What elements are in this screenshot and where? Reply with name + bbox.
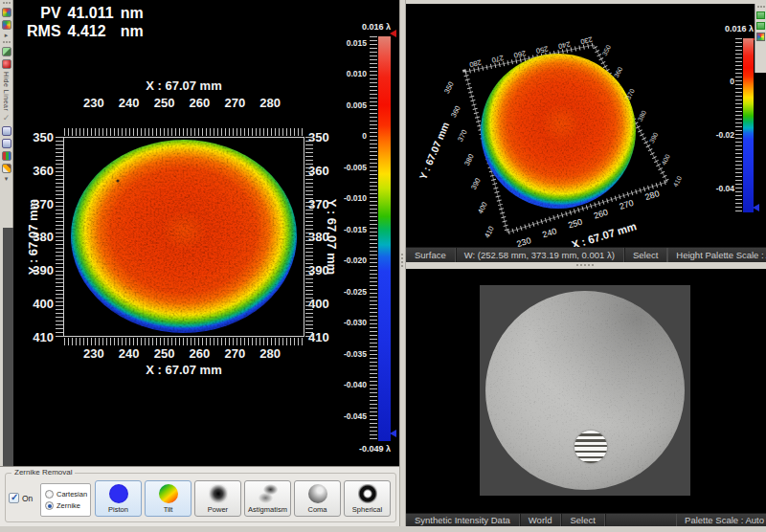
- pv-label: PV: [27, 5, 61, 22]
- horizontal-splitter[interactable]: [406, 262, 766, 269]
- palette-scale-segment[interactable]: Height Palette Scale : Auto: [667, 248, 766, 262]
- green-grid-icon[interactable]: [756, 22, 765, 30]
- document-copy-icon[interactable]: [2, 139, 11, 148]
- x-tick-label: 230: [83, 96, 104, 110]
- y-tick-label: 350: [33, 130, 54, 144]
- mode-segment[interactable]: Select: [624, 248, 667, 262]
- y-tick-label: 410: [33, 330, 54, 344]
- y-axis-ruler-left: [56, 137, 63, 337]
- cartesian-radio[interactable]: Cartesian: [45, 490, 90, 499]
- defect-speck: [116, 179, 119, 182]
- green-grid-icon[interactable]: [756, 11, 765, 19]
- zernike-piston-button[interactable]: Piston: [95, 480, 142, 517]
- toolbar-grip[interactable]: [3, 2, 11, 5]
- hide-linear-label[interactable]: Hide Linear: [3, 72, 10, 111]
- intensity-image[interactable]: [480, 285, 690, 496]
- zernike-button-label: Astigmatism: [248, 505, 287, 514]
- tick-label: 250: [535, 44, 549, 55]
- zernike-on-checkbox[interactable]: On: [9, 493, 33, 503]
- x-tick-label: 240: [119, 96, 140, 110]
- toolbar-grip[interactable]: [3, 41, 11, 44]
- checkbox-checked-icon[interactable]: [9, 493, 19, 503]
- height-map-2d[interactable]: [63, 137, 304, 337]
- palette-icon[interactable]: [756, 33, 765, 41]
- tick-label: 360: [449, 104, 462, 119]
- colorbar-tick-label: -0.035: [344, 349, 367, 359]
- red-sphere-icon[interactable]: [2, 59, 11, 69]
- zernike-button-label: Piston: [108, 505, 128, 514]
- colorbar3d-max-label: 0.016 λ: [692, 24, 754, 33]
- height-map-2d-svg[interactable]: [64, 138, 304, 336]
- high-marker-icon[interactable]: [390, 30, 396, 37]
- vertical-splitter[interactable]: [399, 0, 406, 526]
- colorbar-tick-label: -0.04: [716, 184, 734, 193]
- mode-segment[interactable]: Select: [561, 514, 604, 526]
- zernike-coma-button[interactable]: Coma: [294, 480, 341, 517]
- toolbar-grip[interactable]: [757, 6, 765, 9]
- pencil-icon[interactable]: [2, 164, 11, 173]
- coordinate-mode-radiogroup: Cartesian Zernike: [40, 483, 91, 517]
- surface-map-icon[interactable]: [2, 8, 11, 17]
- tick-label: 280: [643, 188, 660, 202]
- view-name-segment[interactable]: Synthetic Intensity Data: [406, 514, 520, 526]
- radio-icon[interactable]: [45, 490, 54, 499]
- zernike-button-label: Coma: [307, 505, 327, 514]
- x-tick-label: 270: [224, 96, 245, 110]
- colorbar-tick-label: -0.015: [344, 225, 367, 234]
- toolbar-down-arrow[interactable]: ▾: [5, 176, 9, 182]
- power-icon: [209, 484, 228, 503]
- toolbar-overflow-arrow[interactable]: ▸: [5, 33, 9, 38]
- zernike-power-button[interactable]: Power: [194, 480, 241, 517]
- tick-label: 400: [660, 153, 671, 166]
- tick-label: 390: [648, 131, 660, 144]
- bar-chart-icon[interactable]: [2, 151, 11, 161]
- tilt-icon: [159, 484, 178, 503]
- y-tick-label: 360: [33, 164, 54, 178]
- surface-3d-plot[interactable]: 350360370380390400410 280270260250240230…: [406, 4, 732, 247]
- colorbar-tick-label: 0.015: [347, 38, 367, 48]
- colorbar-tick-label: -0.025: [344, 287, 367, 297]
- zernike-radio[interactable]: Zernike: [45, 501, 90, 510]
- tick-label: 240: [541, 226, 557, 239]
- rms-label: RMS: [27, 23, 61, 40]
- low-marker-icon[interactable]: [390, 430, 396, 437]
- colorbar-tick-labels: 0.0150.0100.0050-0.005-0.010-0.015-0.020…: [327, 36, 367, 441]
- space-segment[interactable]: World: [520, 514, 562, 526]
- x-axis-ticks-bottom: 230240250260270280: [63, 346, 304, 361]
- tick-label: 260: [593, 208, 609, 221]
- view-name-segment[interactable]: Surface: [406, 248, 456, 262]
- low-marker-icon[interactable]: [753, 204, 759, 211]
- tick-label: 370: [624, 87, 636, 100]
- left-dark-strip: [3, 228, 13, 466]
- x-axis-title-top: X : 67.07 mm: [63, 78, 304, 93]
- colorbar-tick-label: -0.005: [344, 163, 367, 172]
- zernike-tilt-button[interactable]: Tilt: [145, 480, 192, 517]
- on-label: On: [22, 494, 33, 503]
- splitter-grip[interactable]: [576, 264, 594, 267]
- document-icon[interactable]: [2, 126, 11, 136]
- colorbar-ruler: [370, 36, 377, 441]
- intensity-panel: [406, 269, 766, 513]
- height-colorbar-3d[interactable]: [743, 38, 754, 212]
- check-icon[interactable]: ✓: [2, 114, 11, 123]
- colorbar-tick-label: -0.010: [344, 193, 367, 203]
- intensity-image-svg[interactable]: [480, 285, 690, 496]
- zernike-spherical-button[interactable]: Spherical: [344, 480, 391, 517]
- surface-map-alt-icon[interactable]: [2, 20, 11, 30]
- height-colorbar[interactable]: [378, 36, 391, 441]
- cursor-coords-segment[interactable]: W: (252.58 mm, 373.19 mm, 0.001 λ): [456, 248, 624, 262]
- tick-label: 350: [442, 80, 456, 95]
- radio-selected-icon[interactable]: [45, 501, 54, 510]
- palette-scale-segment[interactable]: Palette Scale : Auto: [676, 514, 766, 526]
- rms-value: 4.412: [68, 23, 114, 40]
- colorbar3d-ruler: [735, 38, 742, 212]
- tick-label: 270: [491, 54, 505, 65]
- zernike-astigmatism-button[interactable]: Astigmatism: [244, 480, 291, 517]
- tick-label: 410: [672, 175, 684, 188]
- colorbar-tick-label: 0: [730, 77, 734, 86]
- green-tools-icon[interactable]: [2, 47, 11, 56]
- x-tick-label: 270: [224, 346, 245, 361]
- splitter-grip[interactable]: [401, 254, 405, 267]
- piston-icon: [109, 484, 128, 503]
- colorbar-max-label: 0.016 λ: [329, 22, 391, 32]
